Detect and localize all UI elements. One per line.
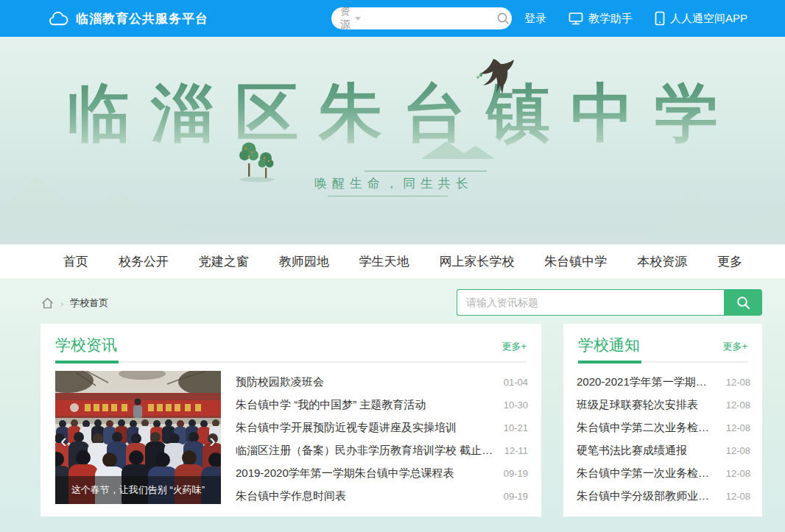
notice-list-item[interactable]: 2020-2021学年第一学期足球 12-08 bbox=[577, 371, 750, 394]
notice-item-date: 12-08 bbox=[726, 445, 750, 456]
news-list-item[interactable]: 临淄区注册（备案）民办非学历教育培训学校 截止2019 12-11 bbox=[236, 439, 528, 462]
school-name-title: 临淄区朱台镇中学 bbox=[0, 71, 785, 157]
news-item-title: 预防校园欺凌班会 bbox=[236, 375, 334, 389]
teaching-assistant-link[interactable]: 教学助手 bbox=[568, 12, 633, 26]
notice-item-title: 硬笔书法比赛成绩通报 bbox=[577, 444, 697, 458]
notice-list-item[interactable]: 硬笔书法比赛成绩通报 12-08 bbox=[577, 439, 750, 462]
nav-item-zhutai-school[interactable]: 朱台镇中学 bbox=[544, 253, 607, 270]
header-links: 登录 教学助手 人人通空间APP bbox=[524, 0, 747, 37]
carousel-caption[interactable]: 这个春节，让我们告别 “火药味” bbox=[55, 476, 221, 504]
news-item-title: 朱台镇中学 “我的中国梦” 主题教育活动 bbox=[236, 398, 436, 412]
breadcrumb: › 学校首页 bbox=[41, 297, 108, 310]
news-search-button[interactable] bbox=[724, 289, 762, 316]
nav-item-party-building[interactable]: 党建之窗 bbox=[199, 253, 249, 270]
notice-item-date: 12-08 bbox=[726, 491, 750, 502]
notice-list: 2020-2021学年第一学期足球 12-08 班级足球联赛轮次安排表 12-0… bbox=[577, 371, 750, 508]
notice-item-date: 12-08 bbox=[726, 377, 750, 388]
school-banner: 临淄区朱台镇中学 唤醒生命，同生共长 bbox=[0, 37, 785, 244]
notice-item-title: 朱台镇中学第二次业务检查的 bbox=[577, 421, 726, 435]
news-item-date: 09-19 bbox=[504, 491, 528, 502]
platform-brand[interactable]: 临淄教育公共服务平台 bbox=[49, 0, 208, 37]
teaching-assistant-label: 教学助手 bbox=[588, 12, 633, 26]
nav-item-school-affairs[interactable]: 校务公开 bbox=[119, 253, 169, 270]
carousel-prev-button[interactable]: ‹ bbox=[60, 431, 67, 450]
carousel-next-button[interactable]: › bbox=[209, 431, 216, 450]
login-label: 登录 bbox=[524, 12, 546, 26]
header-search-pill: 资源 bbox=[331, 7, 512, 29]
notice-item-title: 朱台镇中学分级部教师业务展 bbox=[577, 489, 726, 503]
page: 临淄教育公共服务平台 资源 登录 bbox=[0, 0, 785, 532]
news-item-date: 09-19 bbox=[504, 468, 528, 479]
main-nav: 首页 校务公开 党建之窗 教师园地 学生天地 网上家长学校 朱台镇中学 本校资源… bbox=[0, 244, 785, 278]
nav-item-parent-school[interactable]: 网上家长学校 bbox=[439, 253, 514, 270]
nav-item-home[interactable]: 首页 bbox=[63, 253, 88, 270]
chevron-down-icon bbox=[355, 17, 361, 21]
trees-decoration bbox=[237, 138, 278, 182]
login-link[interactable]: 登录 bbox=[524, 12, 546, 26]
news-list-item[interactable]: 朱台镇中学作息时间表 09-19 bbox=[236, 485, 528, 508]
monitor-icon bbox=[568, 12, 583, 25]
swallow-icon bbox=[468, 57, 514, 97]
slogan-rule-top bbox=[365, 171, 487, 171]
smartphone-icon bbox=[655, 11, 665, 26]
news-search-input[interactable] bbox=[457, 289, 724, 316]
news-item-title: 朱台镇中学作息时间表 bbox=[236, 489, 356, 503]
news-item-title: 2019-2020学年第一学期朱台镇中学总课程表 bbox=[236, 467, 465, 480]
news-more-link[interactable]: 更多+ bbox=[501, 340, 527, 355]
news-header-divider bbox=[55, 361, 527, 363]
search-icon bbox=[736, 296, 750, 310]
news-list-item[interactable]: 朱台镇中学 “我的中国梦” 主题教育活动 10-30 bbox=[236, 394, 528, 416]
platform-brand-label: 临淄教育公共服务平台 bbox=[76, 10, 208, 27]
school-news-panel: 学校资讯 更多+ bbox=[41, 324, 541, 517]
nav-item-student-world[interactable]: 学生天地 bbox=[359, 253, 409, 270]
news-search-bar bbox=[457, 289, 762, 316]
cloud-icon bbox=[49, 11, 68, 26]
breadcrumb-current[interactable]: 学校首页 bbox=[70, 297, 108, 310]
nav-item-more[interactable]: 更多 bbox=[717, 253, 742, 270]
notice-list-item[interactable]: 朱台镇中学第二次业务检查的 12-08 bbox=[577, 416, 750, 439]
notices-header-divider bbox=[578, 361, 747, 363]
search-scope-select[interactable]: 资源 bbox=[340, 5, 361, 32]
notices-panel-title: 学校通知 bbox=[578, 335, 640, 355]
news-item-title: 临淄区注册（备案）民办非学历教育培训学校 截止2019 bbox=[236, 444, 504, 458]
search-icon[interactable] bbox=[496, 12, 510, 25]
notice-item-title: 班级足球联赛轮次安排表 bbox=[577, 398, 708, 412]
news-carousel[interactable]: ‹ › 这个春节，让我们告别 “火药味” bbox=[55, 371, 221, 504]
search-scope-label: 资源 bbox=[340, 5, 351, 32]
notice-list-item[interactable]: 朱台镇中学分级部教师业务展 12-08 bbox=[577, 485, 750, 508]
banner-fog bbox=[0, 178, 785, 244]
notice-list-item[interactable]: 朱台镇中学第一次业务检查的 12-08 bbox=[577, 462, 750, 485]
header-search-input[interactable] bbox=[367, 13, 496, 24]
breadcrumb-separator: › bbox=[60, 298, 63, 309]
news-list-item[interactable]: 预防校园欺凌班会 01-04 bbox=[236, 371, 528, 394]
notice-item-date: 12-08 bbox=[726, 468, 750, 479]
notice-item-date: 12-08 bbox=[726, 422, 750, 433]
nav-item-school-resources[interactable]: 本校资源 bbox=[637, 253, 687, 270]
news-item-date: 10-21 bbox=[504, 422, 528, 433]
app-label: 人人通空间APP bbox=[670, 12, 747, 26]
news-item-date: 10-30 bbox=[504, 400, 528, 411]
news-panel-title: 学校资讯 bbox=[55, 335, 117, 355]
news-item-title: 朱台镇中学开展预防近视专题讲座及实操培训 bbox=[236, 421, 467, 435]
nav-item-teacher-garden[interactable]: 教师园地 bbox=[279, 253, 329, 270]
notices-more-link[interactable]: 更多+ bbox=[722, 340, 747, 355]
app-link[interactable]: 人人通空间APP bbox=[655, 11, 747, 26]
news-list-item[interactable]: 朱台镇中学开展预防近视专题讲座及实操培训 10-21 bbox=[236, 416, 528, 439]
notice-item-title: 2020-2021学年第一学期足球 bbox=[577, 375, 726, 389]
news-list-item[interactable]: 2019-2020学年第一学期朱台镇中学总课程表 09-19 bbox=[236, 462, 528, 485]
news-item-date: 12-11 bbox=[504, 445, 528, 456]
notice-list-item[interactable]: 班级足球联赛轮次安排表 12-08 bbox=[577, 394, 750, 416]
home-icon[interactable] bbox=[41, 297, 54, 309]
news-item-date: 01-04 bbox=[504, 377, 528, 388]
notice-item-date: 12-08 bbox=[726, 400, 750, 411]
news-list: 预防校园欺凌班会 01-04 朱台镇中学 “我的中国梦” 主题教育活动 10-3… bbox=[236, 371, 528, 508]
top-header-bar: 临淄教育公共服务平台 资源 登录 bbox=[0, 0, 785, 37]
notice-item-title: 朱台镇中学第一次业务检查的 bbox=[577, 467, 726, 480]
school-notices-panel: 学校通知 更多+ 2020-2021学年第一学期足球 12-08 班级足球联赛轮… bbox=[563, 324, 762, 517]
